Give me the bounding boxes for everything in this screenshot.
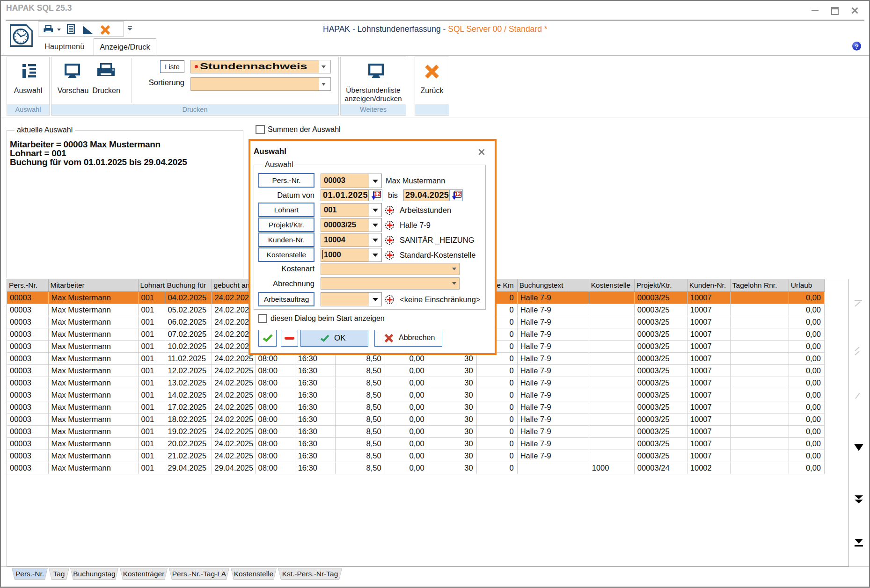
svg-text:?: ? <box>855 43 858 50</box>
